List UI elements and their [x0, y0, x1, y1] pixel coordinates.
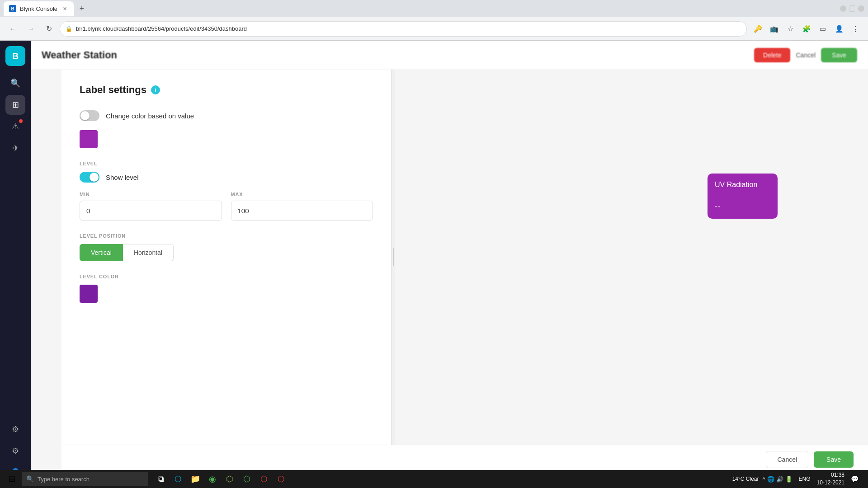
clock-date: 10-12-2021: [817, 479, 844, 487]
modal-dialog: Label settings i Change color based on v…: [61, 70, 868, 474]
sidebar-item-settings[interactable]: ⚙: [5, 441, 25, 461]
browser-chrome: B Blynk.Console ✕ + ← → ↻ 🔒 blr1.blynk.c…: [0, 0, 868, 41]
new-tab-button[interactable]: +: [75, 2, 88, 15]
search-icon: 🔍: [10, 78, 20, 88]
max-input[interactable]: [231, 201, 373, 221]
avatar-icon[interactable]: 👤: [832, 22, 846, 36]
max-group: MAX: [231, 192, 373, 221]
footer-cancel-button[interactable]: Cancel: [766, 451, 808, 468]
taskbar-search[interactable]: 🔍: [22, 472, 148, 486]
save-button[interactable]: Save: [821, 48, 857, 62]
settings-panel: Label settings i Change color based on v…: [61, 70, 392, 445]
alerts-badge: [19, 119, 23, 123]
tab-favicon: B: [9, 5, 16, 12]
max-label: MAX: [231, 192, 373, 197]
taskbar-edge-icon[interactable]: ⬡: [171, 472, 185, 486]
tray-network[interactable]: 🌐: [767, 476, 774, 483]
lock-icon: 🔒: [66, 26, 72, 32]
show-level-label: Show level: [106, 174, 139, 181]
footer-save-button[interactable]: Save: [814, 451, 854, 468]
taskbar-explorer-icon[interactable]: 📁: [188, 472, 203, 486]
window-minimize[interactable]: [840, 5, 846, 12]
min-group: MIN: [80, 192, 222, 221]
key-icon[interactable]: 🔑: [750, 22, 765, 36]
taskbar-app3-icon[interactable]: ⬡: [257, 472, 271, 486]
bookmark-icon[interactable]: ☆: [783, 22, 797, 36]
sidebar-item-search[interactable]: 🔍: [5, 73, 25, 93]
tab-title: Blynk.Console: [20, 5, 57, 12]
show-level-toggle[interactable]: [80, 172, 99, 183]
uv-widget-value: --: [715, 202, 770, 211]
toolbar-actions: 🔑 📺 ☆ 🧩 ▭ 👤 ⋮: [750, 22, 863, 36]
menu-icon[interactable]: ⋮: [848, 22, 863, 36]
page-title: Weather Station: [42, 49, 117, 61]
panel-divider: [392, 70, 395, 445]
level-position-label: LEVEL POSITION: [80, 233, 373, 239]
delete-button[interactable]: Delete: [754, 48, 790, 62]
taskbar-app2-icon[interactable]: ⬡: [240, 472, 254, 486]
sidebar-item-send[interactable]: ✈: [5, 138, 25, 158]
notification-button[interactable]: 💬: [848, 473, 861, 485]
window-maximize[interactable]: [849, 5, 855, 12]
tray-chevron[interactable]: ^: [762, 476, 765, 483]
screen-cast-icon[interactable]: 📺: [767, 22, 781, 36]
modal-header: Label settings i: [80, 84, 373, 96]
back-button[interactable]: ←: [5, 22, 20, 36]
dashboard-icon: ⊞: [12, 100, 19, 110]
min-input[interactable]: [80, 201, 222, 221]
position-toggle: Vertical Horizontal: [80, 244, 373, 261]
minmax-row: MIN MAX: [80, 192, 373, 221]
browser-titlebar: B Blynk.Console ✕ +: [0, 0, 868, 17]
info-icon[interactable]: i: [151, 85, 160, 94]
top-bar: Weather Station Delete Cancel Save: [31, 41, 868, 70]
show-level-row: Show level: [80, 172, 373, 183]
taskbar-app1-icon[interactable]: ⬡: [222, 472, 237, 486]
show-level-toggle-knob: [90, 173, 99, 182]
taskbar-app4-icon[interactable]: ⬡: [274, 472, 288, 486]
clock-time: 01:38: [817, 471, 844, 479]
min-label: MIN: [80, 192, 222, 197]
level-color-swatch[interactable]: [80, 285, 98, 303]
browser-tab[interactable]: B Blynk.Console ✕: [4, 1, 74, 16]
level-section-label: LEVEL: [80, 161, 373, 166]
browser-toolbar: ← → ↻ 🔒 blr1.blynk.cloud/dashboard/25564…: [0, 17, 868, 41]
change-color-toggle[interactable]: [80, 110, 99, 121]
color-swatch[interactable]: [80, 130, 98, 148]
weather-info: 14°C Clear: [732, 476, 759, 482]
tray-sound[interactable]: 🔊: [776, 476, 783, 483]
taskbar-chrome-icon[interactable]: ◉: [205, 472, 220, 486]
window-close[interactable]: [858, 5, 864, 12]
modal-title: Label settings: [80, 84, 146, 96]
preview-panel: UV Radiation --: [395, 70, 868, 445]
start-button[interactable]: ⊞: [4, 471, 20, 487]
change-color-row: Change color based on value: [80, 110, 373, 121]
vertical-button[interactable]: Vertical: [80, 244, 123, 261]
sidebar-item-dashboard[interactable]: ⊞: [5, 95, 25, 115]
sidebar-item-device-settings[interactable]: ⚙: [5, 419, 25, 439]
sidebar-icon[interactable]: ▭: [816, 22, 830, 36]
uv-widget-title: UV Radiation: [715, 181, 770, 189]
sidebar-logo[interactable]: B: [5, 46, 25, 66]
language-indicator: ENG: [799, 476, 811, 482]
change-color-label: Change color based on value: [106, 112, 194, 120]
toggle-knob: [80, 111, 90, 120]
modal-footer: Cancel Save: [61, 445, 868, 474]
uv-widget: UV Radiation --: [708, 174, 778, 219]
send-icon: ✈: [12, 143, 19, 153]
address-bar[interactable]: 🔒 blr1.blynk.cloud/dashboard/25564/produ…: [60, 21, 747, 37]
modal-inner: Label settings i Change color based on v…: [61, 70, 868, 445]
tray-battery[interactable]: 🔋: [785, 476, 793, 483]
sidebar-item-alerts[interactable]: ⚠: [5, 117, 25, 136]
extensions-icon[interactable]: 🧩: [799, 22, 814, 36]
taskbar-task-view[interactable]: ⧉: [154, 472, 168, 486]
horizontal-button[interactable]: Horizontal: [123, 244, 174, 261]
windows-logo: ⊞: [9, 474, 15, 484]
settings-icon: ⚙: [12, 446, 19, 456]
reload-button[interactable]: ↻: [42, 22, 56, 36]
app-layout: B 🔍 ⊞ ⚠ ✈ ⚙ ⚙ 👤 Weather Station D: [0, 41, 868, 488]
tab-close-icon[interactable]: ✕: [61, 5, 68, 12]
forward-button[interactable]: →: [24, 22, 38, 36]
cancel-button[interactable]: Cancel: [796, 52, 816, 59]
taskbar-search-input[interactable]: [38, 476, 144, 483]
taskbar-app-icons: ⧉ ⬡ 📁 ◉ ⬡ ⬡ ⬡ ⬡: [154, 472, 288, 486]
